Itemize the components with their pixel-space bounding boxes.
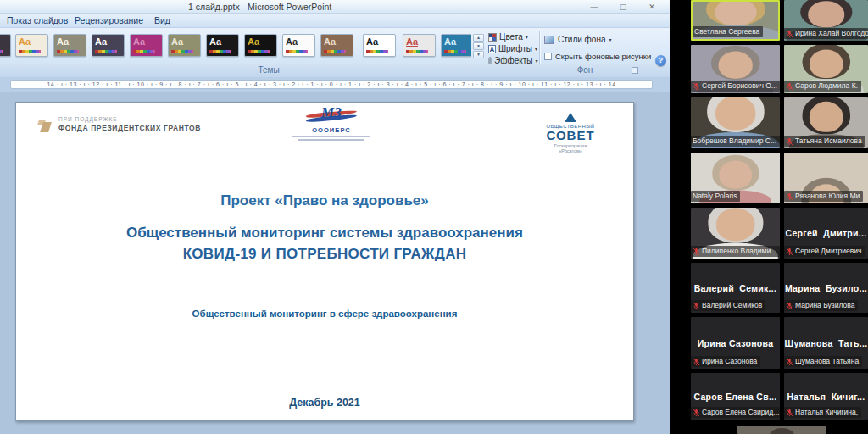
- participant-tile[interactable]: Наталья Кичиг... Наталья Кичигина,: [784, 373, 868, 420]
- participant-tile[interactable]: Марина Бузило... Марина Бузилова: [784, 263, 868, 313]
- slide-subtitle[interactable]: Общественный мониторинг в сфере здравоох…: [16, 309, 633, 319]
- gallery-up-icon[interactable]: ▲: [473, 34, 484, 42]
- slide-title-line3[interactable]: КОВИД-19 И ПОТРЕБНОСТИ ГРАЖДАН: [16, 246, 633, 263]
- dialog-launcher-icon[interactable]: [632, 67, 638, 74]
- council-line2: СОВЕТ: [526, 129, 615, 142]
- participant-tile[interactable]: Татьяна Исмаилова: [784, 97, 868, 148]
- theme-aa-preview: Aa: [57, 36, 69, 47]
- theme-thumbnail[interactable]: Aa: [403, 34, 436, 57]
- help-icon[interactable]: ?: [655, 55, 666, 66]
- participant-name-label: Пилипенко Владими...: [691, 246, 780, 257]
- screen: 1 слайд.pptx - Microsoft PowerPoint — ▢ …: [0, 0, 868, 434]
- fonts-label: Шрифты: [498, 44, 532, 53]
- theme-thumbnail[interactable]: Aa: [320, 34, 353, 57]
- theme-thumbnail[interactable]: Aa: [168, 34, 201, 57]
- muted-mic-icon: [693, 248, 700, 256]
- maximize-icon[interactable]: ▢: [615, 1, 631, 12]
- background-group-label: Фон: [542, 65, 627, 75]
- checkbox-icon[interactable]: [544, 53, 552, 60]
- theme-thumbnail[interactable]: Aa: [244, 34, 277, 57]
- gallery-down-icon[interactable]: ▼: [473, 42, 484, 50]
- participant-tile[interactable]: Ирина Сазонова Ирина Сазонова: [691, 317, 780, 369]
- participant-tile[interactable]: Светлана Сергеева: [691, 0, 780, 41]
- tab-slideshow[interactable]: Показ слайдов: [2, 14, 73, 27]
- slide-date[interactable]: Декабрь 2021: [16, 397, 633, 409]
- participant-name-label: Рязанова Юлия Ми: [784, 191, 863, 202]
- slide-title-line2[interactable]: Общественный мониторинг системы здравоох…: [16, 225, 633, 242]
- muted-mic-icon: [693, 358, 700, 366]
- tab-review[interactable]: Рецензирование: [70, 14, 148, 27]
- participant-name-label: Сергей Борисович О...: [691, 81, 780, 92]
- logo-smalltext-bar: [292, 136, 370, 137]
- hide-background-graphics[interactable]: Скрыть фоновые рисунки: [544, 52, 651, 61]
- theme-color-swatch: [366, 50, 388, 53]
- logo-smalltext-bar: [298, 139, 364, 141]
- close-icon[interactable]: ✕: [644, 1, 659, 12]
- theme-thumbnail[interactable]: Aa: [92, 34, 125, 57]
- theme-color-swatch: [248, 50, 270, 53]
- participant-tile[interactable]: Саров Людмила К.: [784, 45, 868, 93]
- participant-name-label: Саров Елена Свирид...: [691, 407, 780, 418]
- theme-color-swatch: [171, 50, 193, 53]
- muted-mic-icon: [693, 82, 700, 91]
- theme-aa-preview: Aa: [209, 36, 221, 47]
- window-gap: [670, 0, 688, 434]
- theme-aa-preview: Aa: [444, 36, 456, 47]
- gallery-more-icon[interactable]: ▼: [473, 51, 484, 58]
- background-styles-button[interactable]: Стили фона ▾: [544, 35, 611, 44]
- participant-tile[interactable]: Рязанова Юлия Ми: [784, 153, 868, 203]
- fonts-icon: A: [488, 45, 496, 53]
- council-line4: «Росатом»: [526, 148, 615, 153]
- chevron-down-icon: ▾: [609, 36, 611, 42]
- participant-tile[interactable]: Сергей Борисович О...: [691, 45, 780, 93]
- chevron-down-icon: ▾: [535, 46, 537, 52]
- participant-tile[interactable]: Пилипенко Владими...: [691, 208, 780, 259]
- window-controls: — ▢ ✕: [587, 1, 659, 12]
- theme-color-swatch: [0, 50, 3, 53]
- participant-tile[interactable]: Саров Елена Св... Саров Елена Свирид...: [691, 373, 780, 420]
- participant-tile[interactable]: Бобрешов Владимир С...: [691, 97, 780, 148]
- theme-aa-preview: Aa: [324, 36, 336, 47]
- theme-fonts-button[interactable]: A Шрифты ▾: [488, 43, 537, 54]
- theme-thumbnail[interactable]: Aa: [130, 34, 163, 57]
- participant-name-label: Светлана Сергеева: [693, 26, 763, 37]
- participant-tile[interactable]: Nataly Polaris: [691, 153, 780, 203]
- background-styles-icon: [544, 36, 554, 44]
- theme-gallery: Aa Aa Aa Aa Aa Aa Aa Aa Aa Aa Aa Aa Aa: [0, 28, 471, 64]
- slide-workspace[interactable]: ПРИ ПОДДЕРЖКЕ ФОНДА ПРЕЗИДЕНТСКИХ ГРАНТО…: [0, 92, 670, 421]
- title-bar[interactable]: 1 слайд.pptx - Microsoft PowerPoint — ▢ …: [0, 0, 670, 14]
- theme-thumbnail[interactable]: Aa: [206, 34, 239, 57]
- theme-colors-button[interactable]: Цвета ▾: [488, 31, 537, 42]
- theme-thumbnail[interactable]: Aa: [0, 34, 11, 57]
- theme-color-swatch: [444, 50, 466, 53]
- muted-mic-icon: [786, 358, 793, 366]
- participant-name-label: Валерий Семиков: [691, 300, 765, 311]
- theme-thumbnail[interactable]: Aa: [15, 34, 48, 57]
- muted-mic-icon: [786, 137, 793, 146]
- chevron-down-icon: ▾: [526, 34, 528, 40]
- theme-thumbnail[interactable]: Aa: [363, 34, 396, 57]
- participant-tile[interactable]: Шуманова Тать... Шуманова Татьяна: [784, 317, 868, 369]
- theme-thumbnail[interactable]: Aa: [441, 34, 471, 57]
- oooibrs-label: ОООИБРС: [281, 126, 382, 134]
- background-styles-label: Стили фона: [558, 35, 605, 44]
- participant-tile[interactable]: Ирина Халай Волгодо: [784, 0, 868, 41]
- participant-name-label: Саров Людмила К.: [784, 81, 861, 92]
- slide-canvas[interactable]: ПРИ ПОДДЕРЖКЕ ФОНДА ПРЕЗИДЕНТСКИХ ГРАНТО…: [15, 102, 634, 421]
- muted-mic-icon: [693, 409, 700, 417]
- participant-tile[interactable]: Валерий Семик... Валерий Семиков: [691, 263, 780, 313]
- theme-thumbnail[interactable]: Aa: [282, 34, 315, 57]
- minimize-icon[interactable]: —: [587, 1, 602, 12]
- slide-title-line1[interactable]: Проект «Право на здоровье»: [16, 192, 633, 209]
- ribbon: Aa Aa Aa Aa Aa Aa Aa Aa Aa Aa Aa Aa Aa: [0, 28, 670, 77]
- theme-gallery-scroll: ▲ ▼ ▼: [473, 34, 484, 58]
- zoom-participants-panel: Светлана Сергеева Ирина Халай Волгодо: [688, 0, 868, 434]
- participant-tile[interactable]: Сергей Дмитри... Сергей Дмитриевич: [784, 208, 868, 259]
- theme-color-swatch: [57, 50, 79, 53]
- theme-aa-preview: Aa: [248, 36, 259, 47]
- tab-view[interactable]: Вид: [149, 14, 175, 27]
- theme-aa-preview: Aa: [19, 36, 31, 47]
- theme-thumbnail[interactable]: Aa: [53, 34, 86, 57]
- flag-ribbon-icon: МЗ: [304, 109, 359, 123]
- participant-tile[interactable]: [737, 426, 826, 434]
